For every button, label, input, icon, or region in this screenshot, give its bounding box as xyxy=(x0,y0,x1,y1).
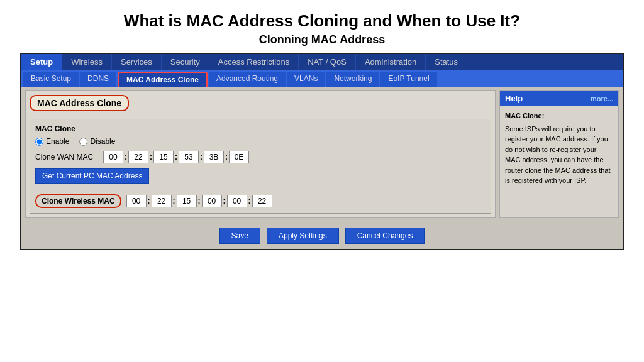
enable-label: Enable xyxy=(46,137,69,146)
clone-wireless-label: Clone Wireless MAC xyxy=(35,194,121,208)
disable-radio-label[interactable]: Disable xyxy=(79,137,115,146)
footer-bar: Save Apply Settings Cancel Changes xyxy=(21,222,623,249)
help-panel: Help more... MAC Clone: Some ISPs will r… xyxy=(499,90,619,218)
wireless-mac-octet-3[interactable] xyxy=(177,195,197,207)
subtab-vlans[interactable]: VLANs xyxy=(287,72,325,87)
radio-group: Enable Disable xyxy=(35,137,486,146)
sub-nav: Basic Setup DDNS MAC Address Clone Advan… xyxy=(21,70,623,87)
apply-settings-button[interactable]: Apply Settings xyxy=(267,228,339,244)
save-button[interactable]: Save xyxy=(219,228,260,244)
section-header: MAC Address Clone xyxy=(30,95,129,111)
wireless-mac-octet-4[interactable] xyxy=(202,195,222,207)
disable-radio[interactable] xyxy=(79,138,87,146)
w-mac-sep-5: : xyxy=(248,197,251,206)
help-text: Some ISPs will require you to register y… xyxy=(505,125,611,185)
wan-mac-octet-1[interactable] xyxy=(103,151,123,163)
clone-wan-row: Clone WAN MAC : : : : : xyxy=(35,151,486,163)
wan-mac-octet-5[interactable] xyxy=(204,151,224,163)
tab-wireless[interactable]: Wireless xyxy=(62,54,112,70)
tab-security[interactable]: Security xyxy=(162,54,209,70)
help-body: MAC Clone: Some ISPs will require you to… xyxy=(500,106,618,191)
wireless-mac-octet-1[interactable] xyxy=(126,195,147,207)
content-area: MAC Address Clone MAC Clone Enable Disab… xyxy=(21,87,623,222)
top-nav: Setup Wireless Services Security Access … xyxy=(21,54,623,70)
tab-administration[interactable]: Administration xyxy=(356,54,426,70)
w-mac-sep-2: : xyxy=(173,197,175,206)
help-header: Help more... xyxy=(500,91,618,106)
subtab-eoip-tunnel[interactable]: EoIP Tunnel xyxy=(380,72,436,87)
page-subtitle: Clonning MAC Address xyxy=(259,33,385,47)
page-title: What is MAC Address Cloning and When to … xyxy=(124,11,520,31)
disable-label: Disable xyxy=(90,137,115,146)
tab-setup[interactable]: Setup xyxy=(21,54,62,70)
wireless-mac-octet-2[interactable] xyxy=(152,195,172,207)
subtab-basic-setup[interactable]: Basic Setup xyxy=(23,72,79,87)
clone-wan-label: Clone WAN MAC xyxy=(35,153,98,162)
mac-sep-2: : xyxy=(150,153,152,162)
help-more-link[interactable]: more... xyxy=(591,95,613,102)
wan-mac-octet-2[interactable] xyxy=(128,151,148,163)
enable-radio-label[interactable]: Enable xyxy=(35,137,69,146)
w-mac-sep-1: : xyxy=(148,197,150,206)
wireless-mac-octet-5[interactable] xyxy=(227,195,247,207)
tab-status[interactable]: Status xyxy=(426,54,467,70)
wan-mac-octet-4[interactable] xyxy=(179,151,199,163)
cancel-changes-button[interactable]: Cancel Changes xyxy=(345,228,425,244)
clone-wireless-row: Clone Wireless MAC : : : : : xyxy=(35,189,486,208)
subtab-mac-address-clone[interactable]: MAC Address Clone xyxy=(118,72,208,87)
wan-mac-octet-6[interactable] xyxy=(229,151,249,163)
subtab-networking[interactable]: Networking xyxy=(326,72,379,87)
mac-sep-3: : xyxy=(175,153,177,162)
help-section-title: MAC Clone: xyxy=(505,111,613,121)
mac-sep-4: : xyxy=(200,153,203,162)
mac-clone-section: MAC Clone Enable Disable Clone WAN MAC xyxy=(30,119,491,214)
wireless-mac-octet-6[interactable] xyxy=(252,195,272,207)
tab-services[interactable]: Services xyxy=(112,54,162,70)
wan-mac-inputs: : : : : : xyxy=(103,151,249,163)
wireless-mac-inputs: : : : : : xyxy=(126,195,272,207)
mac-sep-1: : xyxy=(125,153,127,162)
router-ui: Setup Wireless Services Security Access … xyxy=(20,53,624,250)
get-current-mac-button[interactable]: Get Current PC MAC Address xyxy=(35,168,149,184)
mac-clone-title: MAC Clone xyxy=(35,124,486,133)
mac-sep-5: : xyxy=(225,153,228,162)
help-title: Help xyxy=(505,94,523,103)
w-mac-sep-4: : xyxy=(223,197,226,206)
tab-access-restrictions[interactable]: Access Restrictions xyxy=(209,54,299,70)
subtab-advanced-routing[interactable]: Advanced Routing xyxy=(209,72,286,87)
w-mac-sep-3: : xyxy=(198,197,201,206)
enable-radio[interactable] xyxy=(35,138,43,146)
wan-mac-octet-3[interactable] xyxy=(153,151,174,163)
main-panel: MAC Address Clone MAC Clone Enable Disab… xyxy=(25,90,496,218)
subtab-ddns[interactable]: DDNS xyxy=(80,72,116,87)
get-mac-row: Get Current PC MAC Address xyxy=(35,168,486,184)
tab-nat-qos[interactable]: NAT / QoS xyxy=(299,54,356,70)
